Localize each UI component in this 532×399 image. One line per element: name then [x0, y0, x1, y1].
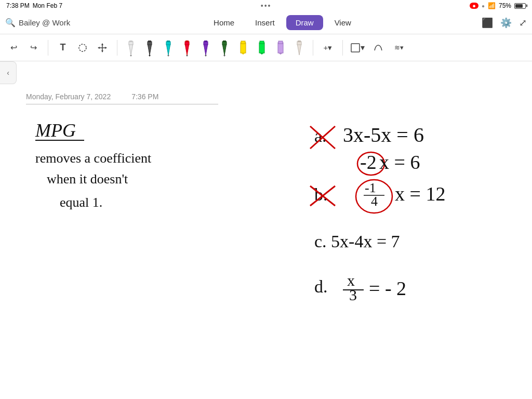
- notebook-title: Bailey @ Work: [19, 18, 70, 27]
- battery-icon: [514, 3, 526, 9]
- highlighter-purple-tool[interactable]: [273, 38, 288, 57]
- date-display: Mon Feb 7: [33, 2, 62, 9]
- svg-marker-39: [278, 53, 283, 55]
- svg-rect-43: [351, 44, 360, 52]
- svg-rect-38: [278, 41, 283, 44]
- highlighter-yellow-tool[interactable]: [236, 38, 250, 57]
- svg-text:equal 1.: equal 1.: [60, 195, 102, 210]
- svg-marker-36: [260, 53, 264, 55]
- fullscreen-icon[interactable]: ⤢: [519, 17, 527, 29]
- svg-rect-32: [241, 41, 245, 44]
- gallery-icon[interactable]: ⬛: [482, 17, 493, 29]
- svg-marker-18: [167, 55, 169, 57]
- svg-text:d.: d.: [314, 277, 328, 296]
- svg-text:MPG: MPG: [35, 120, 76, 141]
- tab-view[interactable]: View: [325, 15, 361, 30]
- svg-rect-13: [148, 41, 151, 42]
- separator-2: [117, 40, 117, 56]
- svg-text:3x-5x = 6: 3x-5x = 6: [343, 123, 424, 147]
- svg-rect-17: [167, 41, 170, 42]
- text-tool-button[interactable]: T: [55, 39, 71, 56]
- pencil-black-tool[interactable]: [142, 38, 157, 57]
- svg-text:x  = 6: x = 6: [379, 151, 420, 173]
- eraser-tool[interactable]: [292, 38, 307, 57]
- svg-text:-1: -1: [365, 180, 376, 195]
- handwriting-canvas: MPG removes a coefficient when it doesn'…: [0, 61, 532, 399]
- search-icon: 🔍: [5, 18, 16, 28]
- more-ink-button[interactable]: ≋▾: [391, 39, 407, 56]
- pen-purple-tool[interactable]: [198, 38, 213, 57]
- text-tools-group: T: [55, 39, 111, 56]
- toolbar: ↩ ↪ T: [0, 34, 532, 61]
- canvas-area: Monday, February 7, 2022 7:36 PM MPG rem…: [0, 61, 532, 399]
- svg-marker-19: [185, 44, 189, 55]
- svg-text:x = 12: x = 12: [395, 183, 445, 205]
- svg-text:when it doesn't: when it doesn't: [47, 171, 128, 187]
- svg-rect-29: [223, 41, 226, 42]
- svg-marker-7: [129, 44, 133, 55]
- pen-red-tool[interactable]: [180, 38, 194, 57]
- separator-4: [342, 40, 343, 56]
- nav-tabs: Home Insert Draw View: [87, 15, 477, 30]
- nav-icons: ⬛ ⚙️ ⤢: [482, 17, 527, 29]
- svg-marker-3: [101, 43, 103, 45]
- wifi-icon: 📶: [488, 2, 496, 9]
- svg-marker-30: [223, 55, 225, 57]
- svg-marker-22: [186, 55, 188, 57]
- ink-button[interactable]: [370, 39, 387, 56]
- svg-text:c.  5x-4x = 7: c. 5x-4x = 7: [314, 232, 400, 251]
- svg-rect-35: [260, 41, 264, 44]
- svg-marker-33: [241, 53, 245, 55]
- svg-marker-5: [98, 47, 100, 49]
- svg-rect-21: [185, 41, 189, 42]
- lasso-tool-button[interactable]: [74, 39, 91, 56]
- svg-rect-31: [241, 43, 246, 53]
- svg-text:3: 3: [349, 286, 357, 303]
- record-indicator: ●: [470, 3, 478, 9]
- battery-dot: ●: [482, 3, 485, 9]
- move-tool-button[interactable]: [94, 39, 111, 56]
- pencil-teal-tool[interactable]: [161, 38, 176, 57]
- svg-text:-2: -2: [360, 151, 377, 173]
- tab-insert[interactable]: Insert: [246, 15, 284, 30]
- separator-3: [313, 40, 313, 56]
- highlighter-green-tool[interactable]: [255, 38, 269, 57]
- pen-darkgreen-tool[interactable]: [217, 38, 232, 57]
- tab-draw[interactable]: Draw: [286, 15, 323, 30]
- svg-rect-42: [298, 41, 301, 42]
- chevron-left-icon: ‹: [7, 69, 9, 77]
- nav-bar: 🔍 Bailey @ Work Home Insert Draw View ⬛ …: [0, 11, 532, 34]
- page-content: Monday, February 7, 2022 7:36 PM MPG rem…: [0, 61, 532, 399]
- svg-marker-10: [130, 55, 132, 57]
- svg-point-0: [79, 44, 86, 51]
- status-bar: 7:38 PM Mon Feb 7 ••• ● ● 📶 75%: [0, 0, 532, 11]
- svg-marker-26: [205, 55, 207, 57]
- undo-button[interactable]: ↩: [5, 39, 22, 56]
- pencil-white-tool[interactable]: [124, 38, 138, 57]
- tab-home[interactable]: Home: [204, 15, 244, 30]
- shapes-button[interactable]: ▾: [349, 39, 366, 56]
- svg-text:removes a coefficient: removes a coefficient: [35, 151, 152, 166]
- undo-redo-group: ↩ ↪: [5, 39, 42, 56]
- svg-marker-15: [166, 44, 170, 55]
- svg-rect-9: [129, 41, 132, 42]
- svg-marker-4: [101, 50, 103, 52]
- svg-marker-14: [149, 55, 151, 57]
- separator-1: [48, 40, 48, 56]
- search-area[interactable]: 🔍 Bailey @ Work: [5, 18, 83, 28]
- settings-icon[interactable]: ⚙️: [500, 17, 512, 29]
- svg-marker-40: [297, 44, 301, 55]
- time-display: 7:38 PM: [6, 2, 30, 9]
- battery-percent: 75%: [499, 2, 511, 9]
- svg-text:4: 4: [371, 194, 378, 209]
- redo-button[interactable]: ↪: [25, 39, 42, 56]
- add-tool-button[interactable]: +▾: [320, 39, 336, 56]
- svg-marker-11: [148, 44, 152, 55]
- svg-marker-6: [105, 47, 107, 49]
- svg-rect-37: [278, 43, 283, 53]
- svg-rect-34: [259, 43, 264, 53]
- svg-rect-25: [204, 41, 207, 42]
- sidebar-toggle-button[interactable]: ‹: [0, 61, 17, 84]
- svg-marker-23: [204, 44, 208, 55]
- dot-menu: •••: [261, 2, 272, 10]
